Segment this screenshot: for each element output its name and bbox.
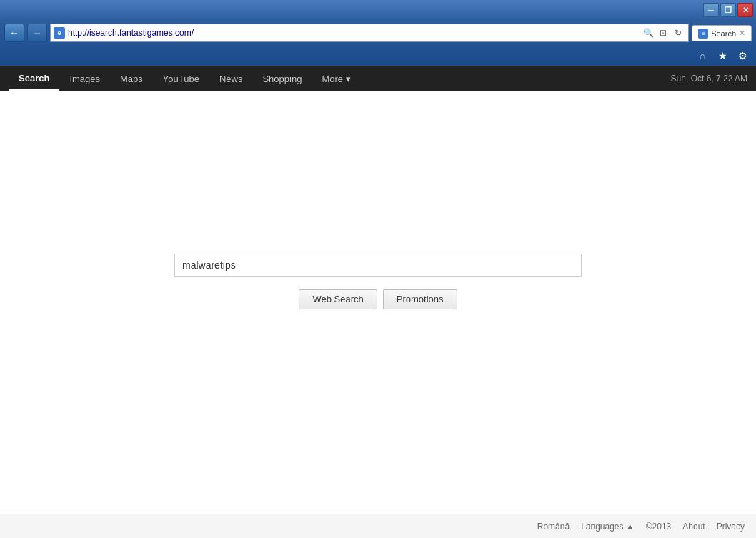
active-tab[interactable]: e Search ✕ [692, 25, 752, 41]
search-buttons: Web Search Promotions [299, 289, 457, 309]
restore-button[interactable]: ❐ [720, 3, 736, 17]
favorites-button[interactable]: ★ [715, 48, 730, 64]
footer-link-languages[interactable]: Languages ▲ [581, 522, 635, 532]
window-controls: ─ ❐ ✕ [703, 3, 753, 17]
tab-label: Search [711, 29, 736, 38]
address-action-buttons: 🔍 ⊡ ↻ [641, 26, 685, 40]
window-chrome: ─ ❐ ✕ ← → e http://isearch.fantastigames… [0, 0, 756, 66]
tab-close-button[interactable]: ✕ [739, 29, 745, 38]
footer-link-about[interactable]: About [682, 522, 705, 532]
nav-item-maps[interactable]: Maps [110, 68, 153, 90]
window: ─ ❐ ✕ ← → e http://isearch.fantastigames… [0, 0, 756, 538]
footer: Română Languages ▲ ©2013 About Privacy [0, 514, 756, 538]
nav-item-images[interactable]: Images [59, 68, 110, 90]
toolbar-row: ⌂ ★ ⚙ [0, 46, 756, 66]
tab-icon: e [698, 29, 708, 39]
nav-item-search[interactable]: Search [9, 67, 59, 91]
address-field: e http://isearch.fantastigames.com/ 🔍 ⊡ … [50, 24, 689, 42]
settings-button[interactable]: ⚙ [735, 48, 750, 64]
refresh-icon[interactable]: ↻ [671, 26, 685, 40]
address-bar-row: ← → e http://isearch.fantastigames.com/ … [0, 20, 756, 46]
nav-item-shopping[interactable]: Shopping [252, 68, 312, 90]
footer-link-privacy[interactable]: Privacy [717, 522, 745, 532]
datetime-display: Sun, Oct 6, 7:22 AM [671, 74, 747, 84]
back-button[interactable]: ← [4, 24, 24, 42]
main-content: Web Search Promotions [0, 91, 756, 514]
search-box-container: Web Search Promotions [174, 254, 582, 309]
title-bar: ─ ❐ ✕ [0, 0, 756, 20]
nav-item-news[interactable]: News [209, 68, 253, 90]
forward-button[interactable]: → [27, 24, 47, 42]
address-url[interactable]: http://isearch.fantastigames.com/ [68, 28, 638, 38]
search-input[interactable] [174, 254, 582, 277]
nav-menu: Search Images Maps YouTube News Shopping… [0, 66, 756, 91]
compat-icon[interactable]: ⊡ [656, 26, 670, 40]
nav-item-more[interactable]: More ▾ [312, 68, 360, 90]
close-button[interactable]: ✕ [737, 3, 753, 17]
promotions-button[interactable]: Promotions [383, 289, 457, 309]
nav-item-youtube[interactable]: YouTube [153, 68, 209, 90]
web-search-button[interactable]: Web Search [299, 289, 377, 309]
nav-menu-left: Search Images Maps YouTube News Shopping… [9, 67, 361, 91]
content-area: Web Search Promotions Română Languages ▲… [0, 91, 756, 538]
search-address-icon[interactable]: 🔍 [641, 26, 655, 40]
footer-link-romana[interactable]: Română [537, 522, 570, 532]
home-button[interactable]: ⌂ [695, 48, 710, 64]
footer-copyright: ©2013 [646, 522, 672, 532]
address-icon: e [54, 27, 65, 39]
minimize-button[interactable]: ─ [703, 3, 719, 17]
